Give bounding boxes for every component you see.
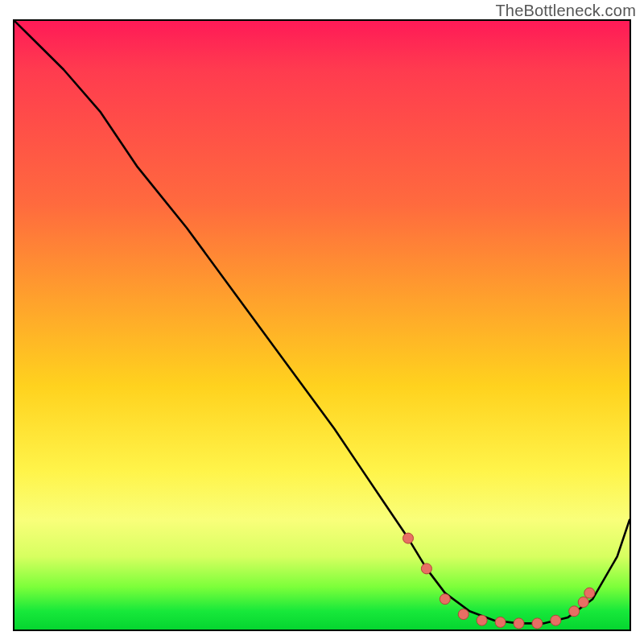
marker-dot <box>403 533 414 543</box>
marker-dot <box>495 617 506 627</box>
attribution-text: TheBottleneck.com <box>495 2 636 20</box>
bottleneck-curve <box>14 21 630 623</box>
marker-dot <box>421 564 431 574</box>
marker-dot <box>458 609 469 620</box>
chart-svg <box>14 21 630 630</box>
marker-dot <box>532 618 543 629</box>
marker-dots <box>403 533 595 629</box>
marker-dot <box>578 597 588 608</box>
marker-dot <box>514 618 524 629</box>
marker-dot <box>551 615 561 625</box>
marker-dot <box>584 588 595 598</box>
plot-area <box>13 19 631 631</box>
marker-dot <box>477 615 487 625</box>
chart-container: TheBottleneck.com <box>0 0 644 644</box>
marker-dot <box>440 594 450 605</box>
marker-dot <box>569 606 580 617</box>
